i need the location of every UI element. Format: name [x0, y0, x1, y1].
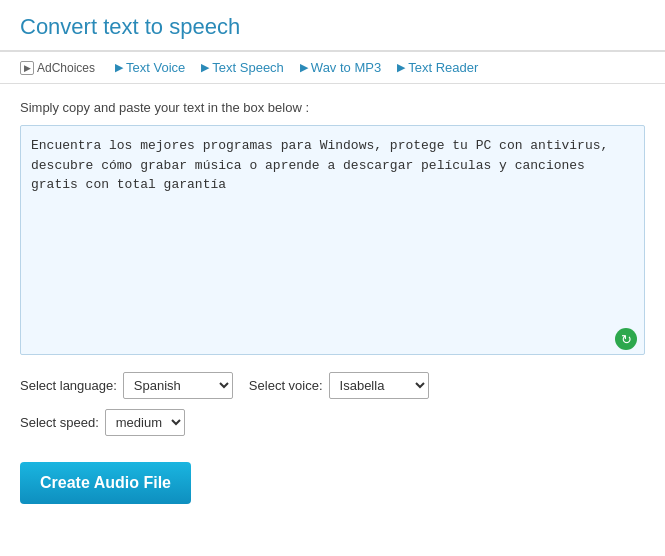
adchoices-icon: ▶: [20, 61, 34, 75]
speed-row: Select speed: slowmediumfast: [20, 409, 645, 436]
arrow-icon-3: ▶: [300, 61, 308, 74]
adchoices-item[interactable]: ▶ AdChoices: [20, 59, 103, 77]
nav-item-text-reader[interactable]: ▶ Text Reader: [389, 58, 486, 77]
voice-label: Select voice:: [249, 378, 323, 393]
speed-select[interactable]: slowmediumfast: [105, 409, 185, 436]
adchoices-label: AdChoices: [37, 61, 95, 75]
nav-label-text-voice: Text Voice: [126, 60, 185, 75]
create-audio-button[interactable]: Create Audio File: [20, 462, 191, 504]
nav-item-text-speech[interactable]: ▶ Text Speech: [193, 58, 292, 77]
nav-label-wav-to-mp3: Wav to MP3: [311, 60, 381, 75]
nav-item-text-voice[interactable]: ▶ Text Voice: [107, 58, 193, 77]
nav-label-text-reader: Text Reader: [408, 60, 478, 75]
controls-row-1: Select language: SpanishEnglishFrenchGer…: [20, 372, 645, 399]
main-content: Simply copy and paste your text in the b…: [0, 84, 665, 520]
nav-item-wav-to-mp3[interactable]: ▶ Wav to MP3: [292, 58, 389, 77]
nav-label-text-speech: Text Speech: [212, 60, 284, 75]
navigation-bar: ▶ AdChoices ▶ Text Voice ▶ Text Speech ▶…: [0, 52, 665, 84]
language-control-group: Select language: SpanishEnglishFrenchGer…: [20, 372, 233, 399]
page-title: Convert text to speech: [20, 14, 645, 40]
arrow-icon-2: ▶: [201, 61, 209, 74]
arrow-icon-4: ▶: [397, 61, 405, 74]
text-input[interactable]: [20, 125, 645, 355]
language-label: Select language:: [20, 378, 117, 393]
language-select[interactable]: SpanishEnglishFrenchGermanItalianPortugu…: [123, 372, 233, 399]
voice-select[interactable]: IsabellaMiguelPenelope: [329, 372, 429, 399]
page-header: Convert text to speech: [0, 0, 665, 51]
voice-control-group: Select voice: IsabellaMiguelPenelope: [249, 372, 429, 399]
textarea-wrapper: ↻: [20, 125, 645, 358]
instruction-text: Simply copy and paste your text in the b…: [20, 100, 645, 115]
refresh-icon[interactable]: ↻: [615, 328, 637, 350]
arrow-icon-1: ▶: [115, 61, 123, 74]
speed-label: Select speed:: [20, 415, 99, 430]
